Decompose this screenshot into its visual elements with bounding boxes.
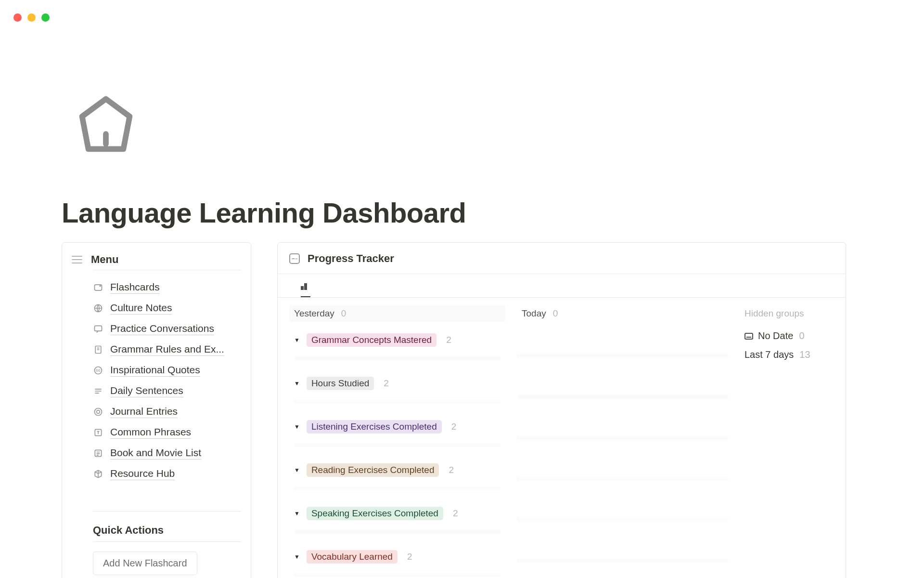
menu-item[interactable]: Practice Conversations xyxy=(93,318,241,339)
column-today: Today 0 xyxy=(517,298,733,578)
column-yesterday: Yesterday 0 ▼Grammar Concepts Mastered2▼… xyxy=(289,298,505,578)
side-no-date[interactable]: No Date 0 xyxy=(744,327,834,345)
maximize-window-button[interactable] xyxy=(41,13,50,22)
placeholder-card xyxy=(517,477,728,481)
group-pill: Speaking Exercises Completed xyxy=(307,507,443,520)
toggle-icon: ▼ xyxy=(294,337,300,343)
globe-icon xyxy=(93,303,103,314)
column-label: Today xyxy=(522,308,546,319)
side-count: 0 xyxy=(799,330,804,342)
menu-item[interactable]: Common Phrases xyxy=(93,422,241,443)
group-pill: Listening Exercises Completed xyxy=(307,420,442,434)
column-label: Yesterday xyxy=(294,308,334,319)
list-icon xyxy=(93,448,103,459)
menu-item-label: Culture Notes xyxy=(110,302,172,315)
tracker-group[interactable]: ▼Speaking Exercises Completed2 xyxy=(289,501,505,526)
menu-item-label: Book and Movie List xyxy=(110,447,201,460)
placeholder-card xyxy=(517,436,728,440)
chat-icon xyxy=(93,324,103,334)
menu-item[interactable]: 66Inspirational Quotes xyxy=(93,360,241,381)
toggle-icon: ▼ xyxy=(294,423,300,430)
menu-item[interactable]: Flashcards xyxy=(93,277,241,298)
divider xyxy=(93,541,241,542)
menu-item[interactable]: Book and Movie List xyxy=(93,443,241,463)
card-icon xyxy=(93,282,103,293)
menu-item-label: Journal Entries xyxy=(110,406,178,418)
menu-title: Menu xyxy=(91,253,118,266)
journal-icon xyxy=(93,407,103,417)
doc-icon xyxy=(93,344,103,355)
group-count: 2 xyxy=(449,465,454,475)
tracker-group[interactable]: ▼Listening Exercises Completed2 xyxy=(289,414,505,439)
board-icon xyxy=(301,280,310,290)
group-pill: Hours Studied xyxy=(307,377,374,390)
menu-item-label: Flashcards xyxy=(110,281,160,294)
group-pill: Reading Exercises Completed xyxy=(307,463,439,477)
menu-item-label: Common Phrases xyxy=(110,426,191,439)
menu-card: Menu FlashcardsCulture NotesPractice Con… xyxy=(62,242,251,578)
group-count: 2 xyxy=(446,335,451,345)
close-window-button[interactable] xyxy=(13,13,22,22)
menu-item[interactable]: Daily Sentences xyxy=(93,381,241,401)
quick-action-button[interactable]: Add New Flashcard xyxy=(93,552,197,575)
placeholder-card xyxy=(294,400,500,404)
text-icon xyxy=(93,427,103,438)
menu-item[interactable]: Culture Notes xyxy=(93,298,241,318)
group-count: 2 xyxy=(453,508,458,519)
page-icon[interactable] xyxy=(75,94,137,158)
placeholder-card xyxy=(517,395,728,399)
tracker-group[interactable]: ▼Vocabulary Learned2 xyxy=(289,544,505,569)
board-view-tab[interactable] xyxy=(301,274,310,297)
hidden-groups-label[interactable]: Hidden groups xyxy=(744,305,834,327)
placeholder-card xyxy=(517,354,728,358)
group-pill: Vocabulary Learned xyxy=(307,550,398,564)
tracker-group[interactable]: ▼Reading Exercises Completed2 xyxy=(289,458,505,483)
placeholder-card xyxy=(294,356,500,360)
placeholder-card xyxy=(294,443,500,447)
side-label: Last 7 days xyxy=(744,349,794,360)
menu-item-label: Resource Hub xyxy=(110,468,175,480)
progress-tracker-card: Progress Tracker Yesterday 0 ▼Grammar Co… xyxy=(277,242,846,578)
toggle-icon: ▼ xyxy=(294,467,300,473)
activity-icon xyxy=(289,253,300,264)
cube-icon xyxy=(93,469,103,479)
group-count: 2 xyxy=(384,378,389,389)
menu-item[interactable]: Resource Hub xyxy=(93,463,241,484)
svg-text:66: 66 xyxy=(96,368,101,373)
side-last-7-days[interactable]: Last 7 days 13 xyxy=(744,345,834,364)
column-header-today[interactable]: Today 0 xyxy=(517,305,733,322)
hamburger-icon xyxy=(72,256,82,263)
side-count: 13 xyxy=(799,349,810,360)
column-header-yesterday[interactable]: Yesterday 0 xyxy=(289,305,505,322)
tracker-group[interactable]: ▼Grammar Concepts Mastered2 xyxy=(289,328,505,353)
inbox-icon xyxy=(744,333,753,340)
minimize-window-button[interactable] xyxy=(27,13,36,22)
tracker-title: Progress Tracker xyxy=(308,252,394,265)
menu-header: Menu xyxy=(72,253,241,266)
svg-point-2 xyxy=(100,285,101,286)
window-traffic-lights xyxy=(13,13,50,22)
toggle-icon: ▼ xyxy=(294,510,300,517)
quote-icon: 66 xyxy=(93,365,103,376)
menu-item-label: Practice Conversations xyxy=(110,323,214,335)
tracker-header: Progress Tracker xyxy=(278,243,846,274)
quick-actions-title: Quick Actions xyxy=(93,511,241,537)
svg-point-9 xyxy=(97,410,100,413)
page-title: Language Learning Dashboard xyxy=(62,197,466,229)
menu-item-label: Inspirational Quotes xyxy=(110,364,200,377)
tracker-group[interactable]: ▼Hours Studied2 xyxy=(289,371,505,396)
menu-item[interactable]: Journal Entries xyxy=(93,401,241,422)
group-count: 2 xyxy=(407,552,412,562)
group-pill: Grammar Concepts Mastered xyxy=(307,333,436,347)
svg-rect-4 xyxy=(95,326,102,331)
placeholder-card xyxy=(517,559,728,563)
column-count: 0 xyxy=(553,308,558,319)
group-count: 2 xyxy=(451,421,457,432)
toggle-icon: ▼ xyxy=(294,553,300,560)
menu-item-label: Daily Sentences xyxy=(110,385,183,397)
menu-item[interactable]: Grammar Rules and Ex... xyxy=(93,339,241,360)
menu-item-label: Grammar Rules and Ex... xyxy=(110,343,224,356)
placeholder-card xyxy=(517,518,728,522)
placeholder-card xyxy=(294,573,500,577)
column-count: 0 xyxy=(341,308,346,319)
